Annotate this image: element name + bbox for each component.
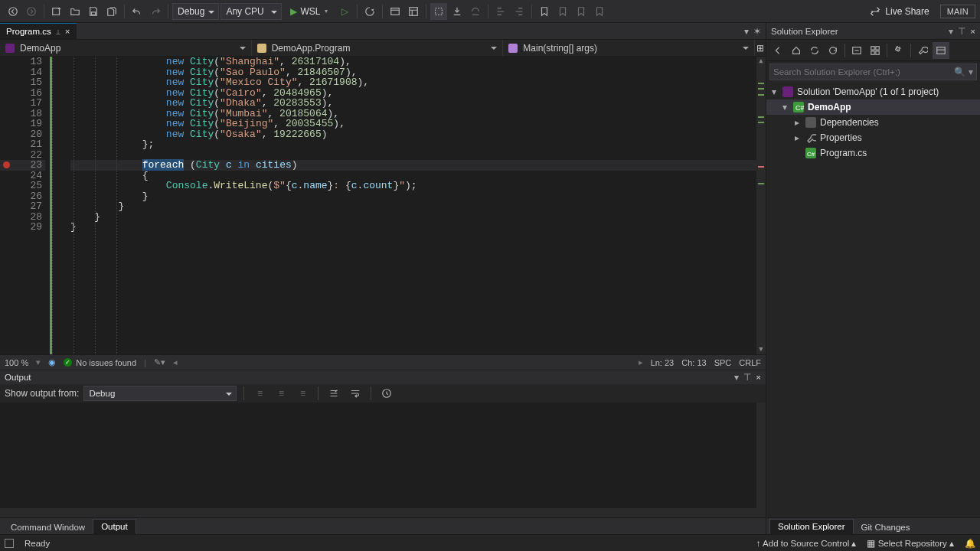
line-ending[interactable]: CRLF [739,358,761,367]
sol-preview-icon[interactable] [914,42,931,59]
bookmark-clear-icon[interactable] [591,3,608,20]
editor-status-bar: 100 % ▾ ◉ ✓ No issues found | ✎▾ ◂ ▸ Ln:… [0,354,766,370]
sol-sync-icon[interactable] [806,42,823,59]
step-into-icon[interactable] [449,3,466,20]
method-icon [508,43,518,54]
svg-rect-13 [876,46,879,49]
zoom-level[interactable]: 100 % [5,358,28,367]
editor-scrollbar[interactable]: ▴ ▾ [756,57,766,354]
hot-reload-icon[interactable] [361,3,378,20]
tool-window-tabs-right: Solution ExplorerGit Changes [766,517,980,534]
sol-back-icon[interactable] [769,42,786,59]
output-wrap-icon[interactable] [347,385,364,402]
sol-showall-icon[interactable] [867,42,884,59]
selection-box-icon[interactable] [430,3,447,20]
output-pin-icon[interactable]: ⊤ [743,372,751,383]
error-lens-icon[interactable]: ◉ [48,357,56,367]
tab-program-cs[interactable]: Program.cs ⟂ × [0,23,77,39]
status-activity-icon [5,539,14,548]
bookmark-prev-icon[interactable] [554,3,571,20]
start-nodebug-icon[interactable]: ▷ [336,3,353,20]
tree-project[interactable]: ▾ C# DemoApp [766,99,980,115]
tab-pin-icon[interactable]: ⟂ [56,28,60,36]
solution-search-input[interactable] [773,67,954,77]
solution-search[interactable]: 🔍 ▾ [769,64,977,80]
tree-node[interactable]: ▸Dependencies [766,115,980,130]
output-text-area[interactable] [0,403,766,517]
svg-rect-20 [805,117,816,128]
configuration-dropdown[interactable]: Debug [172,3,219,20]
new-project-icon[interactable] [48,3,65,20]
tool-tab[interactable]: Git Changes [854,520,918,534]
tool-window-tabs-left: Command WindowOutput [0,517,766,534]
svg-rect-3 [91,11,95,15]
tool-tab[interactable]: Output [93,519,136,534]
output-timestamps-icon[interactable] [378,385,395,402]
platform-dropdown[interactable]: Any CPU [220,3,282,20]
save-all-icon[interactable] [103,3,120,20]
status-ready: Ready [24,539,50,548]
tree-node[interactable]: ▸Properties [766,130,980,145]
tab-dropdown-icon[interactable]: ▾ [744,26,749,37]
solution-tree[interactable]: ▾ Solution 'DemoApp' (1 of 1 project) ▾ … [766,83,980,162]
nav-project-dropdown[interactable]: DemoApp [0,40,252,56]
nav-forward-icon[interactable] [23,3,40,20]
sol-dropdown-icon[interactable]: ▾ [949,26,953,37]
output-source-dropdown[interactable]: Debug [83,386,237,401]
indent-less-icon[interactable] [492,3,509,20]
code-editor[interactable]: 1314151617181920212223242526272829 new C… [0,57,766,354]
caret-line: Ln: 23 [651,358,675,367]
code-nav-bar: DemoApp DemoApp.Program Main(string[] ar… [0,40,766,57]
start-debug-button[interactable]: ▶ WSL ▾ [283,3,335,20]
output-clear-icon[interactable] [325,385,342,402]
undo-icon[interactable] [129,3,145,20]
save-icon[interactable] [85,3,102,20]
sol-refresh-icon[interactable] [825,42,841,59]
output-next-icon[interactable]: ≡ [294,385,311,402]
file-explorer-icon[interactable] [405,3,422,20]
nav-back-icon[interactable] [5,3,21,20]
step-over-icon[interactable] [467,3,484,20]
redo-icon[interactable] [147,3,164,20]
output-dropdown-icon[interactable]: ▾ [734,372,739,383]
browse-icon[interactable] [387,3,403,20]
sol-properties-icon[interactable] [890,42,907,59]
svg-rect-12 [871,46,874,49]
tab-settings-icon[interactable]: ✶ [753,26,761,37]
live-share-button[interactable]: Live Share [865,3,933,20]
whitespace-mode[interactable]: SPC [714,358,732,367]
branch-indicator[interactable]: MAIN [940,5,975,18]
tool-tab[interactable]: Command Window [3,520,93,534]
nav-member-dropdown[interactable]: Main(string[] args) [503,40,755,56]
bookmark-next-icon[interactable] [573,3,590,20]
sol-collapse-icon[interactable] [848,42,865,59]
sol-view-icon[interactable] [933,42,949,59]
brush-icon[interactable]: ✎▾ [154,357,165,367]
output-find-icon[interactable]: ≡ [251,385,268,402]
add-source-control-button[interactable]: ↑ Add to Source Control ▴ [756,538,857,549]
output-vscrollbar[interactable] [756,403,766,508]
indent-more-icon[interactable] [511,3,528,20]
solution-icon [782,86,794,98]
tool-tab[interactable]: Solution Explorer [769,519,854,534]
svg-rect-14 [871,51,874,54]
svg-point-1 [28,7,36,15]
tree-node[interactable]: C#Program.cs [766,145,980,161]
nav-type-dropdown[interactable]: DemoApp.Program [252,40,504,56]
split-editor-icon[interactable]: ⊞ [755,43,766,54]
issues-status[interactable]: ✓ No issues found [64,358,136,367]
tab-close-icon[interactable]: × [65,27,70,36]
svg-text:C#: C# [795,104,804,112]
svg-rect-8 [257,44,266,53]
output-close-icon[interactable]: × [756,373,761,382]
bookmark-icon[interactable] [536,3,553,20]
output-hscrollbar[interactable] [0,508,766,517]
tree-solution-root[interactable]: ▾ Solution 'DemoApp' (1 of 1 project) [766,84,980,99]
select-repository-button[interactable]: ▦ Select Repository ▴ [867,538,954,549]
sol-pin-icon[interactable]: ⊤ [958,26,965,37]
open-file-icon[interactable] [67,3,83,20]
sol-home-icon[interactable] [788,42,805,59]
sol-close-icon[interactable]: × [970,27,975,36]
output-prev-icon[interactable]: ≡ [273,385,289,402]
notifications-icon[interactable]: 🔔 [965,538,975,549]
